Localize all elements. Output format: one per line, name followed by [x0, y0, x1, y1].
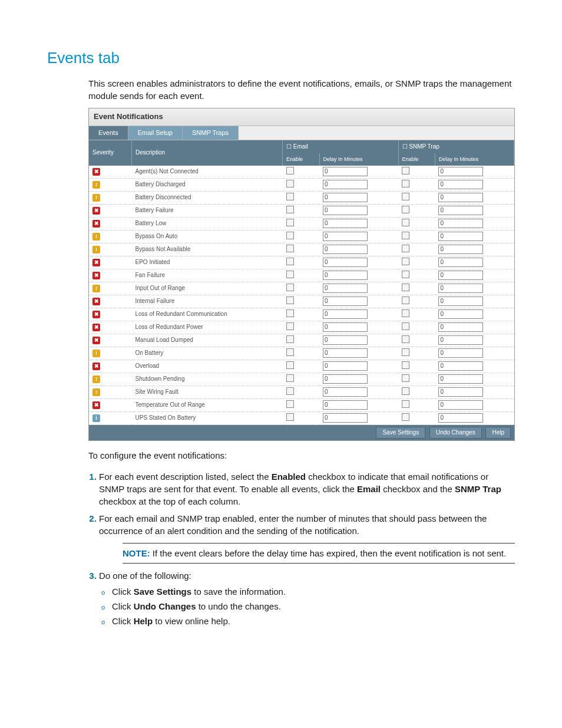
email-delay-input[interactable]: 0 — [323, 245, 368, 254]
email-term: Email — [357, 484, 381, 494]
severity-icon: ✖ — [92, 311, 100, 318]
email-delay-input[interactable]: 0 — [323, 258, 368, 267]
email-delay-input[interactable]: 0 — [323, 361, 368, 371]
snmp-delay-input[interactable]: 0 — [438, 193, 483, 202]
snmp-delay-input[interactable]: 0 — [438, 232, 483, 241]
snmp-delay-input[interactable]: 0 — [438, 245, 483, 254]
email-enable-checkbox[interactable] — [286, 348, 294, 356]
col-email[interactable]: ☐ Email — [283, 140, 398, 153]
snmp-delay-input[interactable]: 0 — [438, 180, 483, 189]
snmp-delay-input[interactable]: 0 — [438, 258, 483, 267]
email-enable-checkbox[interactable] — [286, 193, 294, 200]
event-notifications-panel: Event Notifications Events Email Setup S… — [88, 108, 515, 440]
col-snmp[interactable]: ☐ SNMP Trap — [398, 140, 514, 153]
email-delay-input[interactable]: 0 — [323, 193, 368, 202]
snmp-delay-input[interactable]: 0 — [438, 167, 483, 176]
snmp-delay-input[interactable]: 0 — [438, 348, 483, 358]
email-delay-input[interactable]: 0 — [323, 219, 368, 228]
email-enable-checkbox[interactable] — [286, 245, 294, 252]
undo-changes-button[interactable]: Undo Changes — [429, 427, 482, 439]
email-delay-input[interactable]: 0 — [323, 413, 368, 423]
snmp-delay-input[interactable]: 0 — [438, 413, 483, 423]
snmp-enable-checkbox[interactable] — [402, 374, 409, 382]
snmp-delay-input[interactable]: 0 — [438, 271, 483, 280]
email-enable-checkbox[interactable] — [286, 297, 294, 304]
email-delay-input[interactable]: 0 — [323, 335, 368, 345]
email-delay-input[interactable]: 0 — [323, 309, 368, 319]
email-delay-input[interactable]: 0 — [323, 400, 368, 410]
email-delay-input[interactable]: 0 — [323, 374, 368, 384]
snmp-enable-checkbox[interactable] — [402, 387, 409, 395]
email-enable-checkbox[interactable] — [286, 271, 294, 278]
tab-email-setup[interactable]: Email Setup — [128, 126, 183, 140]
email-delay-input[interactable]: 0 — [323, 297, 368, 306]
t: Do one of the following: — [99, 571, 191, 581]
tab-snmp-traps[interactable]: SNMP Traps — [183, 126, 239, 140]
snmp-enable-checkbox[interactable] — [402, 413, 409, 421]
email-enable-checkbox[interactable] — [286, 335, 294, 343]
email-enable-checkbox[interactable] — [286, 180, 294, 187]
snmp-enable-checkbox[interactable] — [402, 348, 409, 356]
email-delay-input[interactable]: 0 — [323, 322, 368, 332]
snmp-delay-input[interactable]: 0 — [438, 335, 483, 345]
col-email-enable: Enable — [283, 153, 319, 166]
snmp-enable-checkbox[interactable] — [402, 297, 409, 304]
event-description: Battery Failure — [132, 204, 283, 217]
snmp-enable-checkbox[interactable] — [402, 219, 409, 226]
email-enable-checkbox[interactable] — [286, 258, 294, 265]
email-enable-checkbox[interactable] — [286, 232, 294, 239]
severity-icon: ! — [92, 375, 100, 383]
email-delay-input[interactable]: 0 — [323, 387, 368, 397]
table-row: ✖Battery Failure00 — [89, 204, 514, 217]
help-button[interactable]: Help — [485, 427, 511, 439]
snmp-delay-input[interactable]: 0 — [438, 309, 483, 319]
snmp-enable-checkbox[interactable] — [402, 284, 409, 291]
snmp-delay-input[interactable]: 0 — [438, 219, 483, 228]
email-enable-checkbox[interactable] — [286, 309, 294, 317]
snmp-enable-checkbox[interactable] — [402, 309, 409, 317]
email-enable-checkbox[interactable] — [286, 413, 294, 421]
snmp-enable-checkbox[interactable] — [402, 232, 409, 239]
email-enable-checkbox[interactable] — [286, 361, 294, 369]
event-description: Loss of Redundant Communication — [132, 308, 283, 321]
snmp-enable-checkbox[interactable] — [402, 335, 409, 343]
email-enable-checkbox[interactable] — [286, 322, 294, 330]
snmp-delay-input[interactable]: 0 — [438, 322, 483, 332]
email-delay-input[interactable]: 0 — [323, 206, 368, 215]
email-delay-input[interactable]: 0 — [323, 232, 368, 241]
snmp-delay-input[interactable]: 0 — [438, 374, 483, 384]
severity-icon: ✖ — [92, 363, 100, 370]
snmp-delay-input[interactable]: 0 — [438, 297, 483, 306]
snmp-delay-input[interactable]: 0 — [438, 387, 483, 397]
event-description: Battery Discharged — [132, 178, 283, 191]
email-enable-checkbox[interactable] — [286, 387, 294, 395]
email-enable-checkbox[interactable] — [286, 167, 294, 174]
snmp-delay-input[interactable]: 0 — [438, 400, 483, 410]
email-delay-input[interactable]: 0 — [323, 167, 368, 176]
email-delay-input[interactable]: 0 — [323, 348, 368, 358]
snmp-enable-checkbox[interactable] — [402, 361, 409, 369]
email-enable-checkbox[interactable] — [286, 206, 294, 213]
email-enable-checkbox[interactable] — [286, 400, 294, 408]
email-enable-checkbox[interactable] — [286, 219, 294, 226]
email-enable-checkbox[interactable] — [286, 284, 294, 291]
snmp-enable-checkbox[interactable] — [402, 245, 409, 252]
email-delay-input[interactable]: 0 — [323, 284, 368, 293]
snmp-enable-checkbox[interactable] — [402, 167, 409, 174]
snmp-enable-checkbox[interactable] — [402, 193, 409, 200]
email-delay-input[interactable]: 0 — [323, 180, 368, 189]
save-settings-button[interactable]: Save Settings — [376, 427, 425, 439]
snmp-delay-input[interactable]: 0 — [438, 284, 483, 293]
snmp-enable-checkbox[interactable] — [402, 400, 409, 408]
snmp-enable-checkbox[interactable] — [402, 180, 409, 187]
col-snmp-delay: Delay In Minutes — [435, 153, 514, 166]
snmp-enable-checkbox[interactable] — [402, 206, 409, 213]
tab-events[interactable]: Events — [89, 126, 128, 140]
snmp-enable-checkbox[interactable] — [402, 271, 409, 278]
snmp-delay-input[interactable]: 0 — [438, 206, 483, 215]
snmp-delay-input[interactable]: 0 — [438, 361, 483, 371]
email-delay-input[interactable]: 0 — [323, 271, 368, 280]
snmp-enable-checkbox[interactable] — [402, 258, 409, 265]
email-enable-checkbox[interactable] — [286, 374, 294, 382]
snmp-enable-checkbox[interactable] — [402, 322, 409, 330]
